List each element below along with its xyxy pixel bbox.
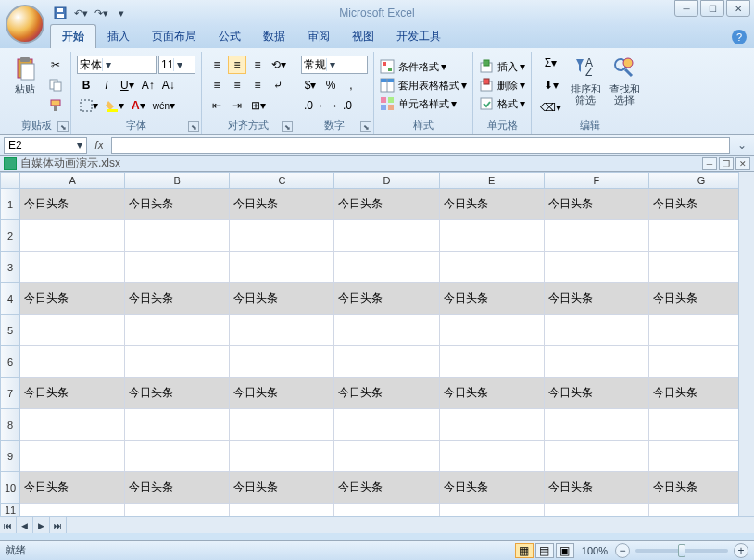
- page-break-view-icon[interactable]: ▣: [556, 543, 574, 558]
- grow-font-icon[interactable]: A↑: [139, 76, 157, 94]
- cell[interactable]: [334, 441, 439, 472]
- increase-decimal-icon[interactable]: .0→: [301, 96, 327, 115]
- accounting-icon[interactable]: $▾: [301, 76, 320, 94]
- tab-view[interactable]: 视图: [341, 25, 385, 48]
- find-select-button[interactable]: 查找和 选择: [607, 54, 642, 117]
- help-icon[interactable]: ?: [732, 30, 747, 44]
- expand-formula-icon[interactable]: ⌄: [734, 137, 750, 154]
- increase-indent-icon[interactable]: ⇥: [228, 96, 246, 115]
- row-header[interactable]: 4: [0, 283, 20, 315]
- row-header[interactable]: 6: [0, 346, 20, 378]
- cell[interactable]: [440, 315, 545, 346]
- office-button[interactable]: [6, 5, 44, 44]
- cell[interactable]: [334, 252, 439, 283]
- align-right-icon[interactable]: ≡: [248, 76, 267, 94]
- row-header[interactable]: 10: [0, 472, 20, 504]
- cell[interactable]: 今日头条: [545, 189, 649, 220]
- conditional-format-button[interactable]: 条件格式▾: [380, 59, 467, 74]
- cell[interactable]: [545, 409, 649, 441]
- cell[interactable]: [20, 315, 125, 346]
- comma-icon[interactable]: ,: [342, 76, 360, 94]
- column-header[interactable]: A: [20, 172, 125, 189]
- number-launcher[interactable]: ⬊: [360, 121, 371, 132]
- cell[interactable]: [125, 315, 230, 346]
- cell[interactable]: [545, 315, 649, 346]
- column-header[interactable]: D: [334, 172, 439, 189]
- cell[interactable]: [440, 441, 545, 472]
- cell[interactable]: 今日头条: [125, 472, 230, 504]
- delete-cells-button[interactable]: 删除▾: [479, 78, 525, 93]
- cell[interactable]: [440, 346, 545, 378]
- align-left-icon[interactable]: ≡: [207, 76, 226, 94]
- cell[interactable]: [440, 409, 545, 441]
- font-color-button[interactable]: A▾: [129, 96, 148, 115]
- cell[interactable]: [230, 441, 334, 472]
- cell[interactable]: 今日头条: [545, 378, 649, 409]
- percent-icon[interactable]: %: [321, 76, 340, 94]
- table-format-button[interactable]: 套用表格格式▾: [380, 78, 467, 93]
- align-center-icon[interactable]: ≡: [228, 76, 246, 94]
- fx-icon[interactable]: fx: [91, 137, 107, 154]
- cell[interactable]: [20, 409, 125, 441]
- clear-icon[interactable]: ⌫▾: [537, 98, 564, 117]
- merge-button[interactable]: ⊞▾: [248, 96, 269, 115]
- sheet-prev-icon[interactable]: ◀: [17, 517, 33, 533]
- cell[interactable]: [20, 504, 125, 516]
- column-header[interactable]: E: [440, 172, 545, 189]
- copy-icon[interactable]: [46, 76, 65, 94]
- row-header[interactable]: 1: [0, 189, 20, 220]
- cell[interactable]: [334, 220, 439, 252]
- cell[interactable]: 今日头条: [440, 378, 545, 409]
- wb-minimize-icon[interactable]: ─: [702, 157, 717, 170]
- tab-insert[interactable]: 插入: [96, 25, 141, 48]
- zoom-out-button[interactable]: −: [615, 543, 630, 558]
- cell[interactable]: 今日头条: [125, 189, 230, 220]
- cell[interactable]: [230, 220, 334, 252]
- format-cells-button[interactable]: 格式▾: [479, 96, 525, 111]
- font-name-combo[interactable]: 宋体▾: [77, 56, 157, 74]
- cell[interactable]: 今日头条: [334, 189, 439, 220]
- cell[interactable]: 今日头条: [230, 189, 334, 220]
- tab-developer[interactable]: 开发工具: [385, 25, 452, 48]
- select-all-corner[interactable]: [0, 172, 20, 189]
- clipboard-launcher[interactable]: ⬊: [57, 121, 69, 132]
- decrease-decimal-icon[interactable]: ←.0: [329, 96, 355, 115]
- cell[interactable]: [20, 346, 125, 378]
- sheet-last-icon[interactable]: ⏭: [50, 517, 67, 533]
- cell[interactable]: 今日头条: [20, 283, 125, 315]
- align-middle-icon[interactable]: ≡: [228, 56, 246, 74]
- row-header[interactable]: 3: [0, 252, 20, 283]
- cell[interactable]: 今日头条: [334, 283, 439, 315]
- cell[interactable]: [334, 346, 439, 378]
- row-header[interactable]: 8: [0, 409, 20, 441]
- border-button[interactable]: ▾: [77, 96, 101, 115]
- zoom-level[interactable]: 100%: [576, 545, 613, 556]
- font-size-combo[interactable]: 11▾: [158, 56, 195, 74]
- cell[interactable]: [545, 220, 649, 252]
- tab-data[interactable]: 数据: [252, 25, 296, 48]
- underline-button[interactable]: U▾: [118, 76, 137, 94]
- page-layout-view-icon[interactable]: ▤: [535, 543, 554, 558]
- cell[interactable]: [230, 315, 334, 346]
- align-bottom-icon[interactable]: ≡: [248, 56, 267, 74]
- cell[interactable]: [125, 346, 230, 378]
- cell-styles-button[interactable]: 单元格样式▾: [380, 96, 467, 111]
- zoom-in-button[interactable]: +: [734, 543, 748, 558]
- bold-button[interactable]: B: [77, 76, 95, 94]
- insert-cells-button[interactable]: 插入▾: [479, 59, 525, 74]
- cell[interactable]: [545, 252, 649, 283]
- redo-icon[interactable]: ↷▾: [93, 5, 109, 21]
- cell[interactable]: [545, 504, 649, 516]
- cell[interactable]: 今日头条: [545, 283, 649, 315]
- wb-close-icon[interactable]: ✕: [735, 157, 750, 170]
- undo-icon[interactable]: ↶▾: [72, 5, 89, 21]
- row-header[interactable]: 5: [0, 315, 20, 346]
- column-header[interactable]: F: [545, 172, 649, 189]
- cut-icon[interactable]: ✂: [46, 56, 65, 74]
- cell[interactable]: 今日头条: [230, 472, 334, 504]
- close-button[interactable]: ✕: [726, 0, 750, 17]
- tab-formulas[interactable]: 公式: [207, 25, 252, 48]
- cell[interactable]: 今日头条: [125, 283, 230, 315]
- column-header[interactable]: C: [230, 172, 334, 189]
- phonetic-button[interactable]: wén▾: [150, 96, 178, 115]
